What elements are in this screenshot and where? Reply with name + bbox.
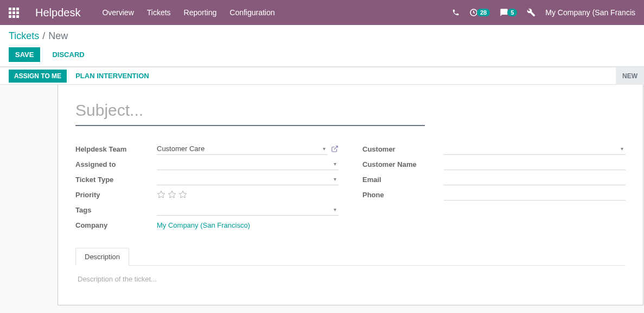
star-3[interactable] — [178, 190, 187, 199]
form-col-left: Helpdesk Team Customer Care ▾ Assigned t… — [75, 141, 339, 233]
phone-icon[interactable] — [452, 9, 460, 16]
chevron-down-icon[interactable]: ▾ — [321, 146, 328, 152]
form-columns: Helpdesk Team Customer Care ▾ Assigned t… — [75, 141, 626, 233]
chevron-down-icon[interactable]: ▾ — [331, 176, 339, 182]
star-2[interactable] — [168, 190, 176, 199]
nav-configuration[interactable]: Configuration — [229, 8, 275, 17]
field-priority — [157, 189, 339, 201]
nav-overview[interactable]: Overview — [102, 8, 133, 17]
field-customer-name[interactable] — [444, 158, 626, 170]
chevron-down-icon[interactable]: ▾ — [619, 146, 626, 152]
debug-icon[interactable] — [527, 8, 535, 17]
svg-marker-2 — [157, 191, 164, 198]
field-helpdesk-team[interactable]: Customer Care ▾ — [157, 143, 328, 155]
activity-icon[interactable]: 28 — [469, 8, 490, 17]
breadcrumb: Tickets / New — [9, 30, 635, 42]
label-helpdesk-team: Helpdesk Team — [75, 143, 157, 155]
discuss-icon[interactable]: 5 — [500, 8, 517, 17]
chevron-down-icon[interactable]: ▾ — [331, 206, 339, 212]
svg-marker-3 — [168, 191, 175, 198]
label-assigned-to: Assigned to — [75, 158, 157, 171]
apps-icon[interactable] — [9, 8, 19, 18]
label-phone: Phone — [362, 189, 444, 201]
value-helpdesk-team: Customer Care — [157, 145, 321, 153]
nav-right: 28 5 My Company (San Francis — [452, 8, 635, 17]
label-company: Company — [75, 219, 157, 231]
main-navbar: Helpdesk Overview Tickets Reporting Conf… — [0, 0, 644, 25]
label-tags: Tags — [75, 204, 157, 216]
tabs: Description — [75, 248, 626, 266]
tab-description[interactable]: Description — [75, 248, 129, 266]
label-ticket-type: Ticket Type — [75, 173, 157, 186]
breadcrumb-sep: / — [42, 30, 45, 42]
label-customer: Customer — [362, 143, 444, 155]
field-assigned-to[interactable]: ▾ — [157, 158, 339, 170]
form-col-right: Customer ▾ Customer Name Email Phone — [362, 141, 626, 233]
form-container: Helpdesk Team Customer Care ▾ Assigned t… — [0, 85, 644, 313]
nav-links: Overview Tickets Reporting Configuration — [102, 8, 275, 17]
activity-badge: 28 — [477, 9, 490, 16]
form-sheet: Helpdesk Team Customer Care ▾ Assigned t… — [58, 85, 643, 305]
stage-new[interactable]: NEW — [616, 67, 644, 85]
label-priority: Priority — [75, 189, 157, 201]
field-customer[interactable]: ▾ — [444, 143, 626, 155]
plan-intervention-button[interactable]: Plan Intervention — [70, 69, 155, 83]
app-brand[interactable]: Helpdesk — [35, 7, 80, 19]
external-link-icon[interactable] — [331, 145, 339, 153]
svg-line-1 — [334, 146, 337, 149]
save-button[interactable]: Save — [9, 47, 40, 62]
description-input[interactable] — [78, 275, 623, 283]
breadcrumb-current: New — [48, 30, 68, 42]
nav-tickets[interactable]: Tickets — [147, 8, 171, 17]
control-panel: Tickets / New Save Discard — [0, 25, 644, 67]
label-customer-name: Customer Name — [362, 158, 444, 171]
field-ticket-type[interactable]: ▾ — [157, 173, 339, 185]
breadcrumb-tickets[interactable]: Tickets — [9, 30, 39, 42]
field-phone[interactable] — [444, 189, 626, 201]
field-tags[interactable]: ▾ — [157, 204, 339, 216]
field-company: My Company (San Francisco) — [157, 219, 339, 231]
discard-button[interactable]: Discard — [46, 47, 91, 62]
value-company[interactable]: My Company (San Francisco) — [157, 221, 250, 229]
buttons-row: Save Discard — [9, 47, 635, 62]
subject-input[interactable] — [75, 98, 425, 126]
field-email[interactable] — [444, 173, 626, 185]
chevron-down-icon[interactable]: ▾ — [331, 161, 339, 167]
svg-marker-4 — [179, 191, 186, 198]
label-email: Email — [362, 173, 444, 186]
status-bar: Assign to Me Plan Intervention NEW — [0, 67, 644, 85]
tab-content-description — [75, 266, 626, 292]
nav-reporting[interactable]: Reporting — [184, 8, 217, 17]
assign-to-me-button[interactable]: Assign to Me — [9, 70, 67, 83]
company-selector[interactable]: My Company (San Francis — [545, 8, 635, 17]
star-1[interactable] — [157, 190, 165, 199]
discuss-badge: 5 — [507, 9, 517, 16]
